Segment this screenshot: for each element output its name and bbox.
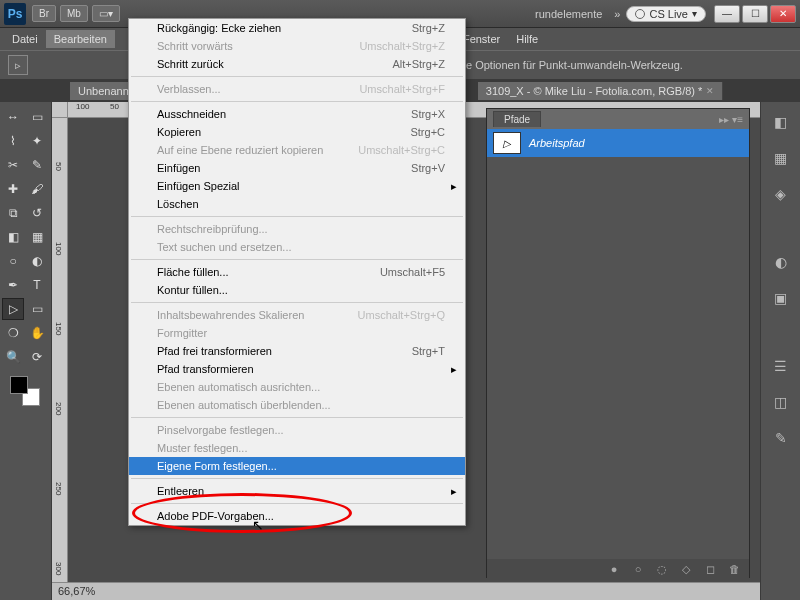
ps-logo: Ps xyxy=(4,3,26,25)
menu-item[interactable]: Löschen xyxy=(129,195,465,213)
menu-bearbeiten[interactable]: Bearbeiten xyxy=(46,30,115,48)
move-tool[interactable]: ↔ xyxy=(2,106,24,128)
menu-item[interactable]: Pfad frei transformierenStrg+T xyxy=(129,342,465,360)
close-tab-icon[interactable]: ✕ xyxy=(706,86,714,96)
menu-item[interactable]: Entleeren▸ xyxy=(129,482,465,500)
menu-item: Inhaltsbewahrendes SkalierenUmschalt+Str… xyxy=(129,306,465,324)
paths-panel-header[interactable]: Pfade ▸▸ ▾≡ xyxy=(487,109,749,129)
crop-tool[interactable]: ✂ xyxy=(2,154,24,176)
shape-tool[interactable]: ▭ xyxy=(26,298,48,320)
path-thumbnail: ▷ xyxy=(493,132,521,154)
dodge-tool[interactable]: ◐ xyxy=(26,250,48,272)
channels-panel-icon[interactable]: ◫ xyxy=(769,390,793,414)
cslive-button[interactable]: CS Live ▾ xyxy=(626,6,706,22)
3d-tool[interactable]: ❍ xyxy=(2,322,24,344)
adjustments-panel-icon[interactable]: ◐ xyxy=(769,250,793,274)
stamp-tool[interactable]: ⧉ xyxy=(2,202,24,224)
menu-item: Rechtschreibprüfung... xyxy=(129,220,465,238)
menu-item: Muster festlegen... xyxy=(129,439,465,457)
menu-item: Verblassen...Umschalt+Strg+F xyxy=(129,80,465,98)
type-tool[interactable]: T xyxy=(26,274,48,296)
eyedropper-tool[interactable]: ✎ xyxy=(26,154,48,176)
marquee-tool[interactable]: ▭ xyxy=(26,106,48,128)
menu-item[interactable]: Fläche füllen...Umschalt+F5 xyxy=(129,263,465,281)
gradient-tool[interactable]: ▦ xyxy=(26,226,48,248)
masks-panel-icon[interactable]: ▣ xyxy=(769,286,793,310)
menu-item[interactable]: Schritt zurückAlt+Strg+Z xyxy=(129,55,465,73)
paths-panel: Pfade ▸▸ ▾≡ ▷ Arbeitspfad ● ○ ◌ ◇ ◻ 🗑 xyxy=(486,108,750,578)
paths-panel-icon[interactable]: ✎ xyxy=(769,426,793,450)
close-button[interactable]: ✕ xyxy=(770,5,796,23)
menu-item[interactable]: Kontur füllen... xyxy=(129,281,465,299)
zoom-level[interactable]: 66,67% xyxy=(58,585,95,597)
options-text: e Optionen für Punkt-umwandeln-Werkzeug. xyxy=(466,59,683,71)
fill-path-icon[interactable]: ● xyxy=(607,562,621,576)
menu-item[interactable]: AusschneidenStrg+X xyxy=(129,105,465,123)
fg-color[interactable] xyxy=(10,376,28,394)
workspace-label[interactable]: rundelemente xyxy=(535,8,602,20)
stroke-path-icon[interactable]: ○ xyxy=(631,562,645,576)
paths-panel-menu-icon[interactable]: ▸▸ ▾≡ xyxy=(719,114,743,125)
path-name: Arbeitspfad xyxy=(529,137,585,149)
bridge-button[interactable]: Br xyxy=(32,5,56,22)
menu-item: Pinselvorgabe festlegen... xyxy=(129,421,465,439)
path-row[interactable]: ▷ Arbeitspfad xyxy=(487,129,749,157)
screen-mode-button[interactable]: ▭▾ xyxy=(92,5,120,22)
delete-path-icon[interactable]: 🗑 xyxy=(727,562,741,576)
menu-item: Ebenen automatisch ausrichten... xyxy=(129,378,465,396)
menu-item: Ebenen automatisch überblenden... xyxy=(129,396,465,414)
paths-panel-footer: ● ○ ◌ ◇ ◻ 🗑 xyxy=(487,559,749,579)
swatches-panel-icon[interactable]: ▦ xyxy=(769,146,793,170)
doc-tab-2[interactable]: 3109_X - © Mike Liu - Fotolia.com, RGB/8… xyxy=(478,82,724,100)
new-path-icon[interactable]: ◻ xyxy=(703,562,717,576)
minibridge-button[interactable]: Mb xyxy=(60,5,88,22)
ruler-vertical[interactable]: 50100150200250300350400450500550 xyxy=(52,118,68,600)
menu-datei[interactable]: Datei xyxy=(4,30,46,48)
paths-panel-body[interactable]: ▷ Arbeitspfad xyxy=(487,129,749,559)
eraser-tool[interactable]: ◧ xyxy=(2,226,24,248)
workspace-more[interactable]: » xyxy=(614,8,620,20)
minimize-button[interactable]: — xyxy=(714,5,740,23)
menu-item: Schritt vorwärtsUmschalt+Strg+Z xyxy=(129,37,465,55)
rotate-tool[interactable]: ⟳ xyxy=(26,346,48,368)
menu-item[interactable]: Adobe PDF-Vorgaben... xyxy=(129,507,465,525)
menu-item[interactable]: Eigene Form festlegen... xyxy=(129,457,465,475)
menu-item[interactable]: Pfad transformieren▸ xyxy=(129,360,465,378)
statusbar: 66,67% xyxy=(52,582,760,600)
menu-item[interactable]: Einfügen Spezial▸ xyxy=(129,177,465,195)
color-swatches[interactable] xyxy=(10,376,40,406)
brush-tool[interactable]: 🖌 xyxy=(26,178,48,200)
wand-tool[interactable]: ✦ xyxy=(26,130,48,152)
zoom-tool[interactable]: 🔍 xyxy=(2,346,24,368)
menu-item[interactable]: Rückgängig: Ecke ziehenStrg+Z xyxy=(129,19,465,37)
selection-path-icon[interactable]: ◌ xyxy=(655,562,669,576)
path-select-tool[interactable]: ▷ xyxy=(2,298,24,320)
history-brush-tool[interactable]: ↺ xyxy=(26,202,48,224)
toolbox: ↔ ▭ ⌇ ✦ ✂ ✎ ✚ 🖌 ⧉ ↺ ◧ ▦ ○ ◐ ✒ T ▷ ▭ ❍ ✋ … xyxy=(0,102,52,600)
bearbeiten-dropdown: Rückgängig: Ecke ziehenStrg+ZSchritt vor… xyxy=(128,18,466,526)
layers-panel-icon[interactable]: ☰ xyxy=(769,354,793,378)
lasso-tool[interactable]: ⌇ xyxy=(2,130,24,152)
styles-panel-icon[interactable]: ◈ xyxy=(769,182,793,206)
active-tool-icon[interactable]: ▹ xyxy=(8,55,28,75)
paths-tab[interactable]: Pfade xyxy=(493,111,541,127)
hand-tool[interactable]: ✋ xyxy=(26,322,48,344)
heal-tool[interactable]: ✚ xyxy=(2,178,24,200)
menu-item[interactable]: KopierenStrg+C xyxy=(129,123,465,141)
blur-tool[interactable]: ○ xyxy=(2,250,24,272)
menu-item: Auf eine Ebene reduziert kopierenUmschal… xyxy=(129,141,465,159)
menu-item: Text suchen und ersetzen... xyxy=(129,238,465,256)
color-panel-icon[interactable]: ◧ xyxy=(769,110,793,134)
menu-item[interactable]: EinfügenStrg+V xyxy=(129,159,465,177)
make-path-icon[interactable]: ◇ xyxy=(679,562,693,576)
pen-tool[interactable]: ✒ xyxy=(2,274,24,296)
ruler-origin[interactable] xyxy=(52,102,68,118)
menu-hilfe[interactable]: Hilfe xyxy=(508,30,546,48)
maximize-button[interactable]: ☐ xyxy=(742,5,768,23)
right-panels: ◧ ▦ ◈ ◐ ▣ ☰ ◫ ✎ xyxy=(760,102,800,600)
menu-item: Formgitter xyxy=(129,324,465,342)
